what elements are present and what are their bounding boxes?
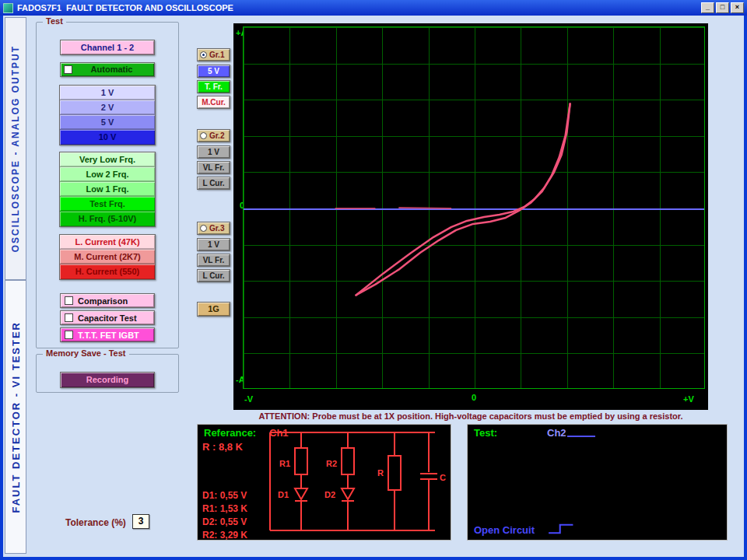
graph1-current-button[interactable]: M.Cur. [197,96,230,109]
resistor-r1 [295,448,307,474]
window-controls: _ □ × [701,2,744,13]
recording-button[interactable]: Recording [60,372,155,388]
channel-1-2-button[interactable]: Channel 1 - 2 [60,40,155,55]
graph3-voltage-button[interactable]: 1 V [197,238,230,251]
minimize-button[interactable]: _ [701,2,714,13]
oscilloscope-display: +A 0 -A -V 0 +V [233,23,708,410]
voltage-2v-button[interactable]: 2 V [60,100,155,115]
memory-save-group: Memory Save - Test Recording [36,354,179,393]
scope-grid [243,26,705,389]
graph1-voltage-button[interactable]: 5 V [197,65,230,78]
diode-d1 [295,488,307,499]
ttt-fet-igbt-label: T.T.T. FET IGBT [78,331,139,340]
ttt-fet-igbt-check-row[interactable]: T.T.T. FET IGBT [60,327,155,342]
capacitor-test-check-row[interactable]: Capacitor Test [60,310,155,325]
voltage-1v-button[interactable]: 1 V [60,86,155,100]
attention-note: ATTENTION: Probe must be at 1X position.… [233,411,708,421]
frequency-button-stack: Very Low Frq. Low 2 Frq. Low 1 Frq. Test… [59,152,156,227]
high-frq-button[interactable]: H. Frq. (5-10V) [60,212,155,226]
label-c: C [440,473,446,482]
voltage-button-stack: 1 V 2 V 5 V 10 V [59,85,156,145]
scope-label-plus-v: +V [683,394,694,404]
low-2-frq-button[interactable]: Low 2 Frq. [60,167,155,182]
diode-d2 [342,488,354,499]
voltage-5v-button[interactable]: 5 V [60,115,155,130]
graph2-voltage-button[interactable]: 1 V [197,145,230,159]
graph2-label: Gr.2 [209,131,224,140]
graph1-frequency-button[interactable]: T. Fr. [197,80,230,93]
test-group-title: Test [43,16,66,26]
graph3-label: Gr.3 [209,224,224,233]
test-frq-button[interactable]: Test Frq. [60,197,155,212]
tab-oscilloscope-analog-output[interactable]: OSCILLOSCOPE - ANALOG OUTPUT [5,17,26,280]
test-label: Test: [474,427,497,439]
automatic-checkbox[interactable] [64,65,72,74]
graph3-radio-row[interactable]: Gr.3 [197,222,230,235]
tab-fault-detector-label: FAULT DETECTOR - VI TESTER [10,321,22,513]
high-current-button[interactable]: H. Current (550) [60,264,155,279]
reference-label: Referance: [204,427,256,439]
graph2-current-button[interactable]: L Cur. [197,177,230,190]
resistor-r [388,456,401,490]
current-button-stack: L. Current (47K) M. Current (2K7) H. Cur… [59,234,156,280]
low-1-frq-button[interactable]: Low 1 Frq. [60,182,155,197]
low-current-button[interactable]: L. Current (47K) [60,235,155,250]
medium-current-button[interactable]: M. Current (2K7) [60,250,155,264]
very-low-frq-button[interactable]: Very Low Frq. [60,152,155,167]
capacitor-test-checkbox[interactable] [65,313,73,322]
circuit-rails [270,432,435,530]
open-circuit-icon [547,521,584,537]
label-r1: R1 [279,459,290,468]
client-area: OSCILLOSCOPE - ANALOG OUTPUT FAULT DETEC… [3,16,744,557]
reference-value-r2: R2: 3,29 K [202,530,247,541]
graph3-current-button[interactable]: L Cur. [197,269,230,282]
vi-curve-forward [356,104,570,296]
graph1-radio-row[interactable]: Gr.1 [197,48,230,61]
graph2-radio-row[interactable]: Gr.2 [197,129,230,142]
comparison-check-row[interactable]: Comparison [60,293,155,308]
reference-value-r1: R1: 1,53 K [202,503,247,514]
reference-resistance: R : 8,8 K [202,441,243,453]
label-r2: R2 [326,459,337,468]
test-channel: Ch2 [547,427,566,439]
comparison-label: Comparison [78,296,128,306]
reference-value-d1: D1: 0,55 V [202,490,247,501]
graph3-radio[interactable] [200,225,207,232]
scope-label-zero-x: 0 [472,393,476,402]
tolerance-label: Tolerance (%) [65,517,126,528]
automatic-button[interactable]: Automatic [60,62,155,77]
zero-line-trace-dash-2 [398,208,451,208]
vi-curve-return [356,104,570,296]
scope-label-minus-v: -V [244,394,253,404]
voltage-10v-button[interactable]: 10 V [60,130,155,145]
graph2-frequency-button[interactable]: VL Fr. [197,161,230,174]
memory-save-group-title: Memory Save - Test [43,348,129,358]
tolerance-value-field[interactable]: 3 [132,514,149,529]
app-window: FADOS7F1 FAULT DETECTOR AND OSCILLOSCOPE… [0,0,747,560]
tab-fault-detector-vi-tester[interactable]: FAULT DETECTOR - VI TESTER [5,280,26,554]
graph1-label: Gr.1 [209,51,224,59]
vi-curve-plot [244,27,704,388]
reference-circuit-diagram: R1 R2 R D1 D2 C [264,428,449,538]
ttt-fet-igbt-checkbox[interactable] [65,331,73,339]
gain-1g-button[interactable]: 1G [197,302,230,317]
label-r: R [377,468,384,478]
graph2-radio[interactable] [200,132,207,139]
comparison-checkbox[interactable] [65,296,73,305]
label-d1: D1 [278,490,289,499]
close-button[interactable]: × [731,2,744,13]
maximize-button[interactable]: □ [716,2,729,13]
reference-panel: Referance: Ch1 R : 8,8 K D1: 0,55 V R1: … [197,424,451,541]
tab-oscilloscope-label: OSCILLOSCOPE - ANALOG OUTPUT [10,45,21,252]
graph3-frequency-button[interactable]: VL Fr. [197,254,230,267]
open-circuit-status: Open Circuit [474,524,535,536]
automatic-label: Automatic [72,63,151,76]
test-group: Test Channel 1 - 2 Automatic 1 V 2 V 5 V… [36,22,179,348]
graph1-radio[interactable] [200,51,207,58]
reference-value-d2: D2: 0,55 V [202,516,247,527]
ch2-trace-marker [567,436,595,437]
capacitor-test-label: Capacitor Test [78,313,137,323]
app-icon [3,3,13,13]
window-title: FADOS7F1 FAULT DETECTOR AND OSCILLOSCOPE [17,3,233,12]
title-bar[interactable]: FADOS7F1 FAULT DETECTOR AND OSCILLOSCOPE… [0,0,747,16]
